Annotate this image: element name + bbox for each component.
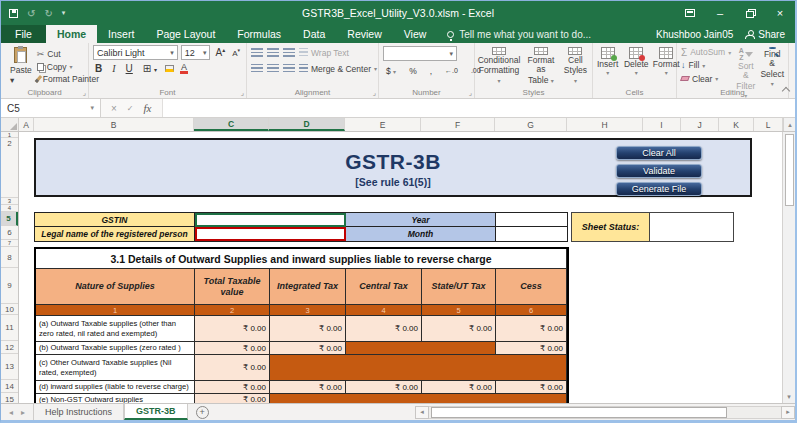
row-d-stateut-cell[interactable]: ₹ 0.00 (422, 381, 496, 394)
underline-button[interactable]: U (124, 63, 135, 74)
tab-page-layout[interactable]: Page Layout (145, 25, 226, 43)
tab-insert[interactable]: Insert (97, 25, 145, 43)
col-header-c[interactable]: C (194, 118, 269, 131)
row-header-5[interactable]: 5 (1, 212, 18, 226)
increase-decimal-button[interactable]: ←.0 (442, 67, 461, 74)
name-box[interactable]: C5 ▾ (1, 99, 101, 117)
minimize-button[interactable]: – (705, 1, 735, 25)
save-icon[interactable] (9, 9, 18, 18)
legal-name-input-cell[interactable] (195, 227, 346, 241)
font-name-select[interactable]: Calibri Light▾ (93, 45, 178, 60)
year-input-cell[interactable] (496, 213, 567, 227)
col-header-h[interactable]: H (567, 118, 643, 131)
merge-center-button[interactable]: Merge & Center ▾ (299, 62, 377, 75)
row-header-9[interactable]: 9 (1, 268, 18, 304)
align-bottom-icon[interactable] (283, 48, 295, 57)
tab-data[interactable]: Data (292, 25, 336, 43)
col-header-e[interactable]: E (345, 118, 421, 131)
vscroll-thumb[interactable] (785, 134, 794, 206)
col-header-g[interactable]: G (495, 118, 567, 131)
col-header-d[interactable]: D (269, 118, 345, 131)
tab-home[interactable]: Home (46, 25, 97, 43)
accounting-format-button[interactable]: $ ▾ (383, 66, 399, 76)
font-dialog-launcher[interactable]: ⌟ (241, 89, 244, 97)
fill-color-button[interactable] (165, 65, 174, 72)
number-dialog-launcher[interactable]: ⌟ (469, 89, 472, 97)
insert-function-icon[interactable]: fx (144, 102, 152, 114)
confirm-entry-icon[interactable]: ✓ (127, 104, 134, 113)
close-button[interactable]: × (765, 1, 795, 25)
row-c-taxable-cell[interactable]: ₹ 0.00 (195, 355, 270, 381)
row-header-11[interactable]: 11 (1, 315, 18, 341)
col-header-f[interactable]: F (421, 118, 495, 131)
row-e-taxable-cell[interactable]: ₹ 0.00 (195, 394, 270, 403)
vertical-scrollbar[interactable]: ▾ (782, 132, 795, 403)
align-top-icon[interactable] (251, 48, 263, 57)
row-a-integrated-cell[interactable]: ₹ 0.00 (270, 316, 346, 342)
row-header-3[interactable]: 3 (1, 198, 18, 205)
row-header-8[interactable]: 8 (1, 247, 18, 268)
vscroll-up-arrow[interactable]: ▴ (783, 118, 795, 131)
month-input-cell[interactable] (496, 227, 567, 241)
autosum-button[interactable]: ΣAutoSum ▾ (681, 46, 731, 58)
clear-all-button[interactable]: Clear All (616, 146, 702, 160)
generate-file-button[interactable]: Generate File (616, 182, 702, 196)
row-d-central-cell[interactable]: ₹ 0.00 (346, 381, 422, 394)
row-header-10[interactable]: 10 (1, 304, 18, 315)
delete-cells-button[interactable]: Delete ▾ (624, 46, 648, 85)
sort-filter-button[interactable]: AZ Sort & Filter ▾ (736, 46, 755, 85)
number-format-select[interactable]: ▾ (383, 46, 457, 61)
row-d-cess-cell[interactable]: ₹ 0.00 (496, 381, 567, 394)
sheet-status-value-cell[interactable] (650, 213, 733, 241)
row-b-taxable-cell[interactable]: ₹ 0.00 (195, 342, 270, 355)
tab-review[interactable]: Review (336, 25, 392, 43)
col-header-j[interactable]: J (681, 118, 719, 131)
hscroll-right-arrow[interactable]: ▸ (781, 406, 795, 419)
share-button[interactable]: Share (745, 29, 785, 40)
borders-button[interactable]: ⊞ ▾ (141, 63, 159, 74)
undo-icon[interactable]: ↺ (27, 8, 35, 19)
cell-styles-button[interactable]: Cell Styles ▾ (563, 46, 588, 85)
row-a-taxable-cell[interactable]: ₹ 0.00 (195, 316, 270, 342)
user-name[interactable]: Khushboo Jain05 (656, 29, 733, 40)
tab-formulas[interactable]: Formulas (226, 25, 292, 43)
gstin-input-cell[interactable] (195, 213, 346, 227)
row-header-7[interactable]: 7 (1, 240, 18, 247)
validate-button[interactable]: Validate (616, 164, 702, 178)
qat-customize-icon[interactable]: ▾ (62, 9, 66, 17)
vscroll-down-arrow[interactable]: ▾ (787, 391, 791, 403)
percent-style-button[interactable]: % (406, 66, 420, 76)
row-b-cess-cell[interactable]: ₹ 0.00 (496, 342, 567, 355)
find-select-button[interactable]: Find & Select ▾ (760, 46, 784, 85)
sheet-tab-gstr3b[interactable]: GSTR-3B (124, 404, 188, 420)
comma-style-button[interactable]: , (427, 66, 435, 76)
tell-me-box[interactable]: Tell me what you want to do... (437, 25, 601, 43)
insert-cells-button[interactable]: Insert ▾ (597, 46, 618, 85)
row-b-integrated-cell[interactable]: ₹ 0.00 (270, 342, 346, 355)
sheet-tab-help-instructions[interactable]: Help Instructions (33, 404, 124, 420)
conditional-formatting-button[interactable]: Conditional Formatting ▾ (479, 46, 519, 85)
fill-button[interactable]: ↓Fill ▾ (681, 59, 731, 71)
new-sheet-button[interactable]: + (196, 406, 209, 419)
font-color-button[interactable]: A (180, 63, 188, 74)
row-header-2[interactable]: 2 (1, 138, 18, 198)
alignment-dialog-launcher[interactable]: ⌟ (373, 89, 376, 97)
restore-button[interactable] (735, 1, 765, 25)
align-middle-icon[interactable] (267, 48, 279, 57)
row-header-14[interactable]: 14 (1, 380, 18, 393)
row-header-13[interactable]: 13 (1, 354, 18, 380)
col-header-b[interactable]: B (34, 118, 194, 131)
ribbon-display-options-button[interactable] (675, 1, 705, 25)
formula-input[interactable] (163, 99, 796, 117)
row-header-15[interactable]: 15 (1, 393, 18, 403)
col-header-l[interactable]: L (754, 118, 783, 131)
tab-view[interactable]: View (393, 25, 438, 43)
bold-button[interactable]: B (93, 63, 104, 74)
format-cells-button[interactable]: Format ▾ (654, 46, 678, 85)
wrap-text-button[interactable]: Wrap Text (299, 46, 349, 59)
decrease-font-button[interactable]: A▾ (230, 47, 242, 58)
align-right-icon[interactable] (283, 64, 295, 73)
row-d-integrated-cell[interactable]: ₹ 0.00 (270, 381, 346, 394)
tab-file[interactable]: File (1, 25, 46, 43)
col-header-a[interactable]: A (19, 118, 34, 131)
